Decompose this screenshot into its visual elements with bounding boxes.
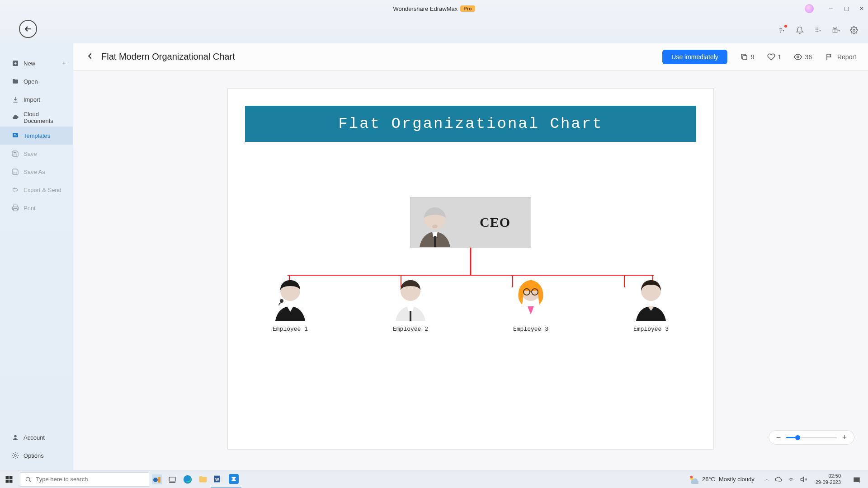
svg-rect-2 — [13, 133, 18, 137]
svg-rect-30 — [220, 476, 223, 482]
svg-rect-18 — [6, 476, 9, 479]
svg-point-4 — [14, 455, 16, 456]
weather-temp: 26°C — [702, 476, 715, 483]
system-tray[interactable]: ︿ — [764, 476, 807, 483]
svg-point-3 — [14, 435, 16, 437]
zoom-in-button[interactable]: + — [841, 433, 848, 442]
copies-stat[interactable]: 9 — [740, 53, 755, 61]
app-word[interactable]: W — [211, 470, 226, 488]
sidebar-item-save[interactable]: Save — [0, 145, 73, 163]
page-title: Flat Modern Organizational Chart — [101, 52, 235, 62]
app-explorer[interactable] — [195, 470, 211, 488]
svg-rect-5 — [743, 56, 747, 60]
zoom-control[interactable]: − + — [769, 430, 854, 445]
sidebar-item-saveas[interactable]: Save As — [0, 163, 73, 181]
report-button[interactable]: Report — [826, 53, 856, 61]
help-icon[interactable]: ?▾ — [778, 26, 786, 34]
zoom-slider[interactable] — [786, 437, 837, 438]
sidebar-label: Save As — [24, 169, 45, 175]
sidebar-item-print[interactable]: Print — [0, 199, 73, 217]
app-edrawmax[interactable] — [226, 470, 241, 488]
sidebar-item-cloud[interactable]: Cloud Documents — [0, 108, 73, 127]
employee-label: Employee 3 — [486, 326, 575, 333]
export-icon — [12, 186, 19, 193]
start-button[interactable] — [0, 470, 18, 488]
tray-chevron-icon[interactable]: ︿ — [764, 476, 769, 483]
svg-point-11 — [280, 299, 283, 303]
copies-count: 9 — [751, 53, 755, 61]
print-icon — [12, 204, 19, 211]
wifi-icon[interactable] — [788, 476, 795, 483]
zoom-thumb[interactable] — [795, 435, 800, 440]
apps-icon[interactable]: ⠿▾ — [814, 26, 822, 34]
zoom-out-button[interactable]: − — [775, 433, 782, 442]
sidebar-label: Export & Send — [24, 187, 61, 193]
employee-label: Employee 1 — [246, 326, 335, 333]
search-input[interactable] — [36, 476, 144, 483]
employee-portrait — [265, 276, 315, 321]
save-as-icon — [12, 168, 19, 175]
app-edge[interactable] — [180, 470, 195, 488]
svg-point-0 — [853, 29, 855, 32]
onedrive-icon[interactable] — [775, 476, 782, 483]
svg-point-22 — [26, 477, 29, 481]
app-title: Wondershare EdrawMax — [393, 5, 458, 12]
title-bar: Wondershare EdrawMax Pro ─ ▢ ✕ — [0, 0, 868, 17]
windows-taskbar: W 26°C Mostly cloudy ︿ 02:50 29-09-2023 — [0, 470, 868, 488]
sidebar-label: Import — [24, 96, 40, 103]
weather-widget[interactable]: 26°C Mostly cloudy — [689, 474, 755, 484]
minimize-button[interactable]: ─ — [827, 5, 835, 12]
volume-icon[interactable] — [800, 476, 807, 483]
user-icon — [12, 434, 19, 441]
close-button[interactable]: ✕ — [858, 5, 865, 12]
user-avatar[interactable] — [805, 4, 814, 13]
back-chevron-button[interactable] — [85, 51, 95, 63]
employee-portrait — [386, 276, 435, 321]
taskbar-search-highlight-icon[interactable] — [149, 470, 165, 488]
sidebar-item-templates[interactable]: Templates — [0, 127, 73, 145]
sidebar-label: Open — [24, 78, 38, 85]
task-view-icon[interactable] — [165, 470, 180, 488]
utility-bar: ?▾ ⠿▾ ▾ — [0, 17, 868, 43]
gift-icon[interactable]: ▾ — [832, 26, 840, 34]
report-label: Report — [837, 53, 856, 61]
sidebar-item-import[interactable]: Import — [0, 90, 73, 108]
use-immediately-button[interactable]: Use immediately — [662, 50, 727, 64]
taskbar-clock[interactable]: 02:50 29-09-2023 — [816, 473, 841, 485]
svg-point-6 — [797, 56, 799, 58]
likes-count: 1 — [778, 53, 782, 61]
plus-icon[interactable]: + — [62, 59, 66, 67]
employee-portrait — [506, 276, 556, 321]
sidebar-item-open[interactable]: Open — [0, 72, 73, 90]
folder-icon — [12, 78, 19, 85]
settings-icon[interactable] — [850, 26, 858, 34]
notifications-icon[interactable] — [849, 470, 864, 488]
sidebar-item-export[interactable]: Export & Send — [0, 181, 73, 199]
plus-square-icon — [12, 60, 19, 67]
svg-rect-25 — [158, 477, 160, 483]
likes-stat[interactable]: 1 — [767, 53, 782, 61]
back-button[interactable] — [19, 20, 37, 38]
bell-icon[interactable] — [796, 26, 804, 34]
svg-point-33 — [690, 475, 693, 478]
sidebar-item-new[interactable]: New + — [0, 54, 73, 72]
sidebar-label: New — [24, 60, 35, 67]
svg-rect-26 — [169, 477, 175, 481]
employee-node: Employee 2 — [366, 276, 455, 349]
chart-title-banner: Flat Organizational Chart — [245, 106, 696, 142]
templates-icon — [12, 132, 19, 139]
employee-label: Employee 3 — [607, 326, 695, 333]
sidebar-item-options[interactable]: Options — [0, 446, 73, 465]
maximize-button[interactable]: ▢ — [843, 5, 850, 12]
sidebar-item-account[interactable]: Account — [0, 428, 73, 446]
window-controls: ─ ▢ ✕ — [827, 0, 865, 17]
sidebar-label: Print — [24, 205, 36, 211]
sidebar-label: Save — [24, 150, 37, 157]
sidebar-label: Options — [24, 452, 44, 459]
sidebar-label: Templates — [24, 132, 50, 139]
svg-text:W: W — [215, 477, 219, 481]
svg-rect-13 — [410, 311, 411, 321]
views-stat[interactable]: 36 — [794, 53, 812, 61]
taskbar-search[interactable] — [20, 472, 149, 487]
svg-rect-21 — [9, 479, 13, 483]
